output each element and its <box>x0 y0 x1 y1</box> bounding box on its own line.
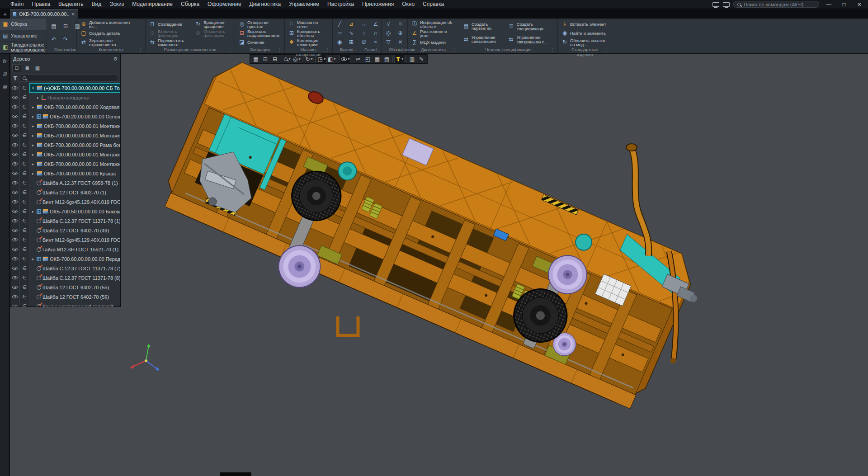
ribbon-group-label[interactable]: Размещение компонентов <box>148 47 232 53</box>
undo-button[interactable]: ↶ <box>50 33 58 46</box>
expand-arrow-icon[interactable]: ▸ <box>36 95 40 100</box>
simple-hole-button[interactable]: ◎ Отверстие простое <box>238 20 282 29</box>
tree-item[interactable]: Шайба А.12.37 ГОСТ 6958-78 (1) <box>10 178 120 188</box>
screen-config-alt-icon[interactable] <box>723 2 730 7</box>
visibility-eye-icon[interactable] <box>10 140 20 150</box>
tree-item[interactable]: Шайба С.12.37 ГОСТ 11371-78 (8) <box>10 273 120 283</box>
mirror-component-button[interactable]: ⇄ Зеркальное отражение ко... <box>80 38 135 47</box>
tree-item[interactable]: ▸ ОКБ-700.00.00.00.00.01 Монтажн... <box>10 121 120 131</box>
tree-item[interactable]: ▾ (+)ОКБ-700.00.00.00.00.00 СБ Толкате..… <box>10 83 120 93</box>
aux-curve-icon[interactable]: ∿ <box>347 29 355 38</box>
tree-item[interactable]: ▸ ОКБ-700.50.00.00.00.00 Бокова... <box>10 207 120 216</box>
create-part-button[interactable]: ▢ Создать деталь <box>80 29 135 38</box>
include-in-calc-icon[interactable] <box>20 188 29 197</box>
tree-search-input[interactable] <box>20 75 118 82</box>
expand-arrow-icon[interactable]: ▸ <box>31 124 35 128</box>
tree-item[interactable]: ▸ ОКБ-700.00.00.00.00.01 Монтажн... <box>10 159 120 169</box>
update-links-button[interactable]: ↻ Обновить ссылки на мод... <box>561 38 609 47</box>
copy-objects-button[interactable]: ⊞ Копировать объекты <box>288 29 330 38</box>
sketch-icon[interactable]: ✎ <box>417 55 426 63</box>
sign-roughness-icon[interactable]: √ <box>384 20 393 29</box>
menu-item[interactable]: Управление <box>285 0 323 9</box>
ribbon-group-label[interactable]: Обозначения <box>384 47 405 53</box>
visibility-eye-icon[interactable] <box>10 169 20 178</box>
include-in-calc-icon[interactable] <box>20 302 29 306</box>
mode-management[interactable]: ▤ Управление <box>0 30 47 42</box>
tree-item[interactable]: ▸ ОКБ-700.00.00.00.00.01 Монтажн... <box>10 131 120 140</box>
include-in-calc-icon[interactable] <box>20 102 29 112</box>
ribbon-group-label[interactable]: Разме... <box>360 47 378 53</box>
zones-icon[interactable]: ▦ <box>373 55 382 63</box>
maximize-button[interactable]: □ <box>838 1 850 8</box>
visibility-eye-icon[interactable] <box>10 235 20 245</box>
tab-close-icon[interactable]: ✕ <box>71 12 75 17</box>
visibility-eye-icon[interactable] <box>10 254 20 264</box>
include-in-calc-icon[interactable] <box>20 169 29 178</box>
menu-item[interactable]: Настройка <box>323 0 358 9</box>
visibility-eye-icon[interactable] <box>10 112 20 121</box>
dim-angle-icon[interactable]: ∠ <box>372 20 380 29</box>
visibility-eye-icon[interactable] <box>10 150 20 159</box>
visibility-eye-icon[interactable] <box>10 207 20 216</box>
mode-solid-modeling[interactable]: ◧ Твердотельное моделирование <box>0 42 47 53</box>
move-component-button[interactable]: ⇆ Переместить компонент <box>148 38 190 47</box>
include-in-calc-icon[interactable] <box>20 140 29 150</box>
include-in-calc-icon[interactable] <box>20 207 29 216</box>
cut-extrude-button[interactable]: ⊟ Вырезать выдавливанием <box>238 29 282 38</box>
visibility-eye-icon[interactable] <box>10 188 20 197</box>
enable-fix-button[interactable]: ⊙ Включить фиксацию <box>148 29 190 38</box>
aux-axis-icon[interactable]: ╱ <box>335 20 344 29</box>
filter-objects-icon[interactable] <box>394 55 404 63</box>
fx-panel-icon[interactable]: fx <box>0 56 9 66</box>
tree-item[interactable]: Шайба 12 ГОСТ 6402-70 (1) <box>10 188 120 197</box>
close-button[interactable]: ✕ <box>854 1 865 8</box>
include-in-calc-icon[interactable] <box>20 131 29 140</box>
hide-show-icon[interactable] <box>340 55 350 63</box>
visibility-eye-icon[interactable] <box>10 273 20 283</box>
tree-display-icon[interactable]: ▦ <box>33 64 42 72</box>
tree-item[interactable]: ▸ ОКБ-700.40.00.00.00.00 Крыша <box>10 169 120 178</box>
gear-icon[interactable]: ⚙ <box>113 56 118 62</box>
manage-linked-drawings-button[interactable]: ⇄ Управление связанными ч... <box>462 33 504 46</box>
expand-arrow-icon[interactable]: ▾ <box>31 86 35 90</box>
disable-fix-button[interactable]: ⊘ Отключить фиксацию <box>194 29 232 38</box>
menu-item[interactable]: Приложения <box>358 0 398 9</box>
aux-grid-icon[interactable]: ⊞ <box>347 38 355 47</box>
screen-config-icon[interactable] <box>712 2 719 7</box>
ribbon-group-label[interactable]: Диагностика <box>410 47 456 53</box>
include-in-calc-icon[interactable] <box>20 264 29 273</box>
visibility-eye-icon[interactable] <box>10 292 20 302</box>
expand-arrow-icon[interactable]: ▸ <box>31 257 35 261</box>
menu-item[interactable]: Вид <box>87 0 105 9</box>
visibility-eye-icon[interactable] <box>10 245 20 254</box>
tree-item[interactable]: Шайба 12 ГОСТ 6402-70 (49) <box>10 226 120 235</box>
include-in-calc-icon[interactable] <box>20 93 29 102</box>
expand-arrow-icon[interactable]: ▸ <box>31 105 35 109</box>
manage-linked-specs-button[interactable]: ⇆ Управление связанными с... <box>507 33 555 46</box>
dim-vertical-icon[interactable]: ↕ <box>360 29 368 38</box>
print-button[interactable]: ▤ <box>50 20 58 33</box>
visibility-eye-icon[interactable] <box>10 83 20 93</box>
sign-cross-icon[interactable]: ✕ <box>396 38 405 47</box>
visibility-eye-icon[interactable] <box>10 197 20 207</box>
include-in-calc-icon[interactable] <box>20 197 29 207</box>
include-in-calc-icon[interactable] <box>20 254 29 264</box>
snap-grid-icon[interactable]: ▦ <box>251 55 260 63</box>
redo-button[interactable]: ↷ <box>61 33 70 46</box>
preview-button[interactable]: ⊡ <box>61 20 70 33</box>
dim-linear-icon[interactable]: ↔ <box>360 20 368 29</box>
sign-datum-icon[interactable]: ◎ <box>384 29 393 38</box>
visibility-eye-icon[interactable] <box>10 131 20 140</box>
create-spec-button[interactable]: ≣ Создать спецификаци... <box>507 20 555 33</box>
include-in-calc-icon[interactable] <box>20 273 29 283</box>
expand-arrow-icon[interactable]: ▸ <box>31 152 35 157</box>
report-icon[interactable]: ▤ <box>382 55 391 63</box>
visibility-eye-icon[interactable] <box>10 302 20 306</box>
include-in-calc-icon[interactable] <box>20 83 29 93</box>
sheet-layout-icon[interactable]: ⊡ <box>261 55 270 63</box>
include-in-calc-icon[interactable] <box>20 159 29 169</box>
menu-item[interactable]: Моделирование <box>128 0 177 9</box>
include-in-calc-icon[interactable] <box>20 245 29 254</box>
include-in-calc-icon[interactable] <box>20 112 29 121</box>
grid-array-button[interactable]: ∷ Массив по сетке <box>288 20 330 29</box>
